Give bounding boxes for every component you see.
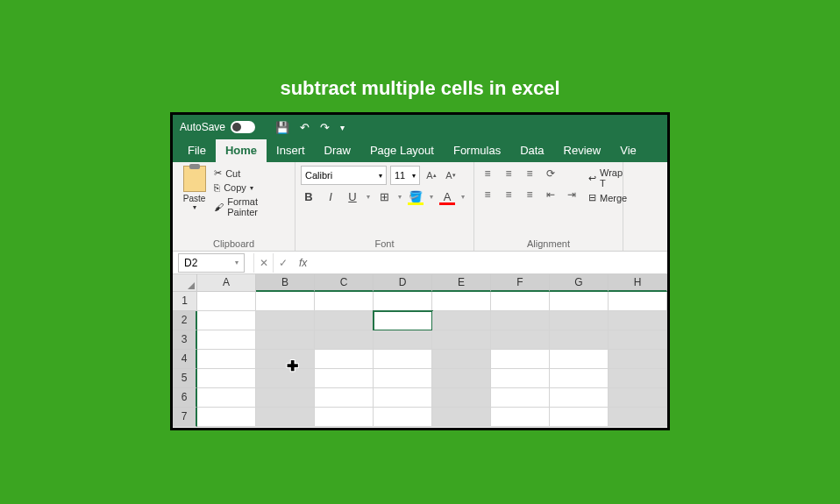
cell-B4[interactable] bbox=[256, 350, 315, 369]
cell-H7[interactable] bbox=[609, 408, 667, 427]
format-painter-button[interactable]: 🖌 Format Painter bbox=[214, 195, 289, 219]
decrease-font-button[interactable]: A▾ bbox=[443, 166, 459, 185]
cell-E6[interactable] bbox=[432, 388, 491, 408]
wrap-text-button[interactable]: ↩ Wrap T bbox=[588, 166, 627, 190]
merge-button[interactable]: ⊟ Merge bbox=[588, 190, 627, 205]
cell-C3[interactable] bbox=[315, 330, 374, 350]
column-header-B[interactable]: B bbox=[256, 274, 315, 292]
cell-C5[interactable] bbox=[315, 369, 374, 388]
column-header-E[interactable]: E bbox=[432, 274, 491, 292]
cell-D4[interactable] bbox=[374, 350, 432, 369]
bold-button[interactable]: B bbox=[301, 190, 317, 203]
increase-font-button[interactable]: A▴ bbox=[424, 166, 439, 185]
cell-A4[interactable] bbox=[197, 350, 256, 369]
redo-icon[interactable]: ↷ bbox=[317, 121, 332, 134]
cell-A2[interactable] bbox=[197, 311, 256, 330]
cell-G7[interactable] bbox=[550, 408, 609, 427]
tab-data[interactable]: Data bbox=[510, 139, 553, 162]
cell-F5[interactable] bbox=[491, 369, 550, 388]
column-header-C[interactable]: C bbox=[315, 274, 374, 292]
cell-D6[interactable] bbox=[374, 388, 432, 408]
cell-A1[interactable] bbox=[197, 292, 256, 311]
cell-H3[interactable] bbox=[609, 330, 667, 350]
cell-D3[interactable] bbox=[374, 330, 432, 350]
cell-E2[interactable] bbox=[432, 311, 491, 330]
row-header-1[interactable]: 1 bbox=[173, 292, 197, 311]
row-header-7[interactable]: 7 bbox=[173, 408, 197, 427]
select-all-corner[interactable] bbox=[173, 274, 197, 292]
tab-page-layout[interactable]: Page Layout bbox=[360, 139, 444, 162]
cell-G2[interactable] bbox=[550, 311, 609, 330]
align-right-button[interactable]: ≡ bbox=[522, 187, 537, 202]
cell-H4[interactable] bbox=[609, 350, 667, 369]
cell-E7[interactable] bbox=[432, 408, 491, 427]
align-bottom-button[interactable]: ≡ bbox=[522, 166, 537, 181]
cell-B3[interactable] bbox=[256, 330, 315, 350]
cell-A5[interactable] bbox=[197, 369, 256, 388]
row-header-6[interactable]: 6 bbox=[173, 388, 197, 408]
column-header-A[interactable]: A bbox=[197, 274, 256, 292]
column-header-H[interactable]: H bbox=[609, 274, 667, 292]
tab-view[interactable]: Vie bbox=[610, 139, 646, 162]
tab-draw[interactable]: Draw bbox=[315, 139, 360, 162]
cell-G3[interactable] bbox=[550, 330, 609, 350]
align-left-button[interactable]: ≡ bbox=[480, 187, 495, 202]
cell-C6[interactable] bbox=[315, 388, 374, 408]
cell-B1[interactable] bbox=[256, 292, 315, 311]
tab-formulas[interactable]: Formulas bbox=[444, 139, 510, 162]
cell-E3[interactable] bbox=[432, 330, 491, 350]
cell-D2[interactable] bbox=[374, 311, 432, 330]
name-box[interactable]: D2 ▾ bbox=[178, 253, 245, 273]
row-header-5[interactable]: 5 bbox=[173, 369, 197, 388]
fill-color-button[interactable]: 🪣 bbox=[408, 190, 424, 203]
cell-C1[interactable] bbox=[315, 292, 374, 311]
column-header-F[interactable]: F bbox=[491, 274, 550, 292]
column-header-G[interactable]: G bbox=[550, 274, 609, 292]
align-middle-button[interactable]: ≡ bbox=[501, 166, 516, 181]
cell-C4[interactable] bbox=[315, 350, 374, 369]
align-top-button[interactable]: ≡ bbox=[480, 166, 495, 181]
formula-input[interactable] bbox=[314, 253, 667, 273]
cancel-formula-button[interactable]: ✕ bbox=[253, 253, 273, 273]
cell-A7[interactable] bbox=[197, 408, 256, 427]
orientation-button[interactable]: ⟳ bbox=[543, 166, 559, 181]
cell-D5[interactable] bbox=[374, 369, 432, 388]
cell-D7[interactable] bbox=[374, 408, 432, 427]
cell-H5[interactable] bbox=[609, 369, 667, 388]
increase-indent-button[interactable]: ⇥ bbox=[564, 187, 580, 202]
tab-home[interactable]: Home bbox=[216, 139, 267, 162]
row-header-2[interactable]: 2 bbox=[173, 311, 197, 330]
cell-E5[interactable] bbox=[432, 369, 491, 388]
cell-H1[interactable] bbox=[609, 292, 667, 311]
font-size-select[interactable]: 11 ▾ bbox=[390, 166, 420, 185]
cell-A3[interactable] bbox=[197, 330, 256, 350]
row-header-4[interactable]: 4 bbox=[173, 350, 197, 369]
cell-F3[interactable] bbox=[491, 330, 550, 350]
cell-A6[interactable] bbox=[197, 388, 256, 408]
cell-B5[interactable] bbox=[256, 369, 315, 388]
cell-F4[interactable] bbox=[491, 350, 550, 369]
cell-F6[interactable] bbox=[491, 388, 550, 408]
underline-button[interactable]: U bbox=[345, 190, 360, 203]
column-header-D[interactable]: D bbox=[374, 274, 432, 292]
cell-B7[interactable] bbox=[256, 408, 315, 427]
cell-G5[interactable] bbox=[550, 369, 609, 388]
row-header-3[interactable]: 3 bbox=[173, 330, 197, 350]
tab-review[interactable]: Review bbox=[554, 139, 611, 162]
decrease-indent-button[interactable]: ⇤ bbox=[543, 187, 559, 202]
cell-C7[interactable] bbox=[315, 408, 374, 427]
cell-F7[interactable] bbox=[491, 408, 550, 427]
cell-C2[interactable] bbox=[315, 311, 374, 330]
fx-button[interactable]: fx bbox=[292, 257, 314, 269]
cell-G1[interactable] bbox=[550, 292, 609, 311]
borders-button[interactable]: ⊞ bbox=[376, 190, 392, 203]
cut-button[interactable]: ✂ Cut bbox=[214, 166, 289, 181]
cell-F1[interactable] bbox=[491, 292, 550, 311]
cell-G4[interactable] bbox=[550, 350, 609, 369]
cell-B2[interactable] bbox=[256, 311, 315, 330]
cell-D1[interactable] bbox=[374, 292, 432, 311]
autosave-toggle[interactable] bbox=[231, 121, 255, 133]
cell-E4[interactable] bbox=[432, 350, 491, 369]
copy-button[interactable]: ⎘ Copy ▾ bbox=[214, 181, 289, 195]
cell-H6[interactable] bbox=[609, 388, 667, 408]
